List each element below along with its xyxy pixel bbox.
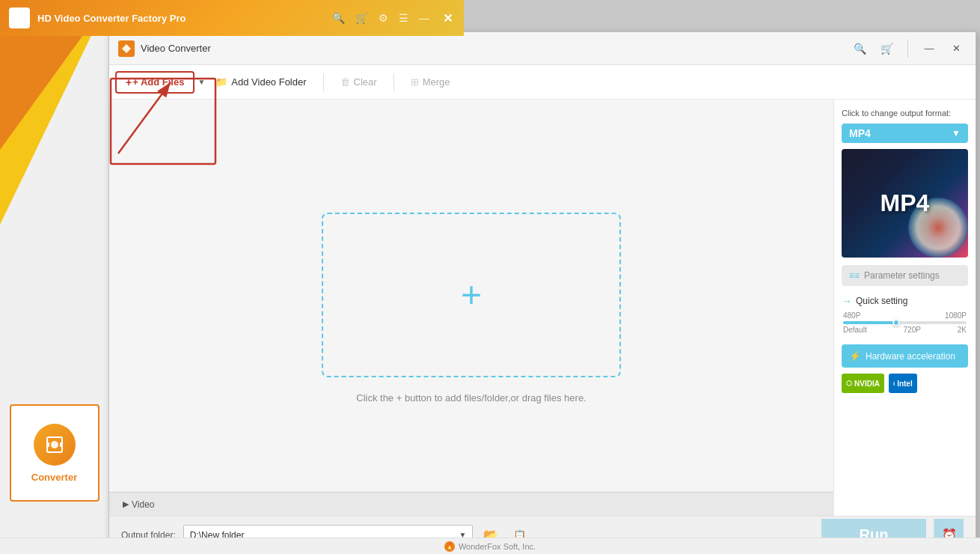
quality-labels-bottom: Default 720P 2K xyxy=(843,326,967,334)
add-files-button[interactable]: + + Add Files xyxy=(115,71,195,94)
main-canvas: + Click the + button to add files/folder… xyxy=(109,100,833,516)
add-dropdown-arrow[interactable]: ▼ xyxy=(197,78,205,86)
merge-button[interactable]: ⊞ Merge xyxy=(400,71,461,93)
quick-setting-label: Quick setting xyxy=(856,296,907,306)
hw-accel-label: Hardware acceleration xyxy=(866,351,955,362)
toolbar-separator-2 xyxy=(393,73,394,91)
app-window: Video Converter 🔍 🛒 — ✕ + + Add Files ▼ … xyxy=(108,31,976,554)
footer-text: WonderFox Soft, Inc. xyxy=(459,542,536,551)
content-area: + Click the + button to add files/folder… xyxy=(109,100,976,516)
controls-separator xyxy=(907,40,908,58)
app-minimize-button[interactable]: — xyxy=(919,40,940,57)
intel-badge[interactable]: i Intel xyxy=(889,374,917,393)
quality-label-720p: 720P xyxy=(904,326,921,334)
video-tab-icon: ▶ xyxy=(123,499,129,509)
hw-accel-icon: ⚡ xyxy=(849,350,861,362)
titlebar-settings-icon[interactable]: ⚙ xyxy=(379,12,388,24)
format-thumbnail[interactable]: MP4 xyxy=(842,149,968,258)
right-panel: Click to change output format: MP4 ▼ MP4… xyxy=(833,100,976,516)
quality-slider[interactable]: 480P 1080P Default 720P 2K xyxy=(842,311,968,334)
svg-marker-1 xyxy=(122,44,131,53)
drop-zone-plus-icon: + xyxy=(461,277,482,313)
intel-label: Intel xyxy=(897,380,913,388)
app-cart-button[interactable]: 🛒 xyxy=(876,38,897,59)
quality-slider-track[interactable] xyxy=(843,321,967,324)
titlebar-controls: 🔍 🛒 ⚙ ☰ — ✕ xyxy=(332,10,455,25)
quality-label-2k: 2K xyxy=(958,326,967,334)
add-files-label: + Add Files xyxy=(132,76,184,88)
app-search-button[interactable]: 🔍 xyxy=(849,38,870,59)
sidebar: Converter xyxy=(0,31,108,554)
drop-zone-hint: Click the + button to add files/folder,o… xyxy=(356,392,586,404)
app-logo xyxy=(118,40,135,57)
titlebar-text: HD Video Converter Factory Pro xyxy=(37,13,332,24)
param-settings-icon: ≡≡ xyxy=(849,270,860,281)
svg-point-3 xyxy=(51,441,58,448)
app-window-titlebar: Video Converter 🔍 🛒 — ✕ xyxy=(109,32,976,65)
clear-icon: 🗑 xyxy=(340,76,350,88)
add-files-icon: + xyxy=(126,76,132,88)
titlebar-cart-icon[interactable]: 🛒 xyxy=(355,12,368,24)
app-titlebar: HD Video Converter Factory Pro 🔍 🛒 ⚙ ☰ —… xyxy=(0,0,464,36)
toolbar-separator-1 xyxy=(323,73,324,91)
titlebar-menu-icon[interactable]: ☰ xyxy=(399,12,408,24)
format-selected-text: MP4 xyxy=(849,127,871,139)
nvidia-badge[interactable]: ⬡ NVIDIA xyxy=(842,374,884,393)
add-video-folder-label: Add Video Folder xyxy=(231,76,306,88)
merge-label: Merge xyxy=(423,76,450,88)
nvidia-icon: ⬡ xyxy=(846,380,852,387)
converter-icon xyxy=(34,424,76,466)
toolbar: + + Add Files ▼ 📁 Add Video Folder 🗑 Cle… xyxy=(109,65,976,100)
clear-button[interactable]: 🗑 Clear xyxy=(330,71,388,93)
footer-logo: 🔥 xyxy=(444,541,455,552)
quick-setting-arrow-icon: → xyxy=(842,295,852,307)
format-selector[interactable]: MP4 ▼ xyxy=(842,124,968,143)
format-thumbnail-label: MP4 xyxy=(881,189,930,217)
svg-marker-0 xyxy=(13,12,25,24)
nvidia-label: NVIDIA xyxy=(854,380,880,388)
quick-setting-section: → Quick setting xyxy=(842,295,968,307)
parameter-settings-button[interactable]: ≡≡ Parameter settings xyxy=(842,265,968,286)
footer: 🔥 WonderFox Soft, Inc. xyxy=(0,538,980,554)
intel-icon: i xyxy=(893,380,895,387)
app-window-controls: 🔍 🛒 — ✕ xyxy=(849,38,967,59)
merge-icon: ⊞ xyxy=(411,76,419,88)
svg-rect-5 xyxy=(60,442,63,447)
hardware-acceleration-button[interactable]: ⚡ Hardware acceleration xyxy=(842,344,968,368)
add-video-folder-button[interactable]: 📁 Add Video Folder xyxy=(205,71,316,93)
converter-button[interactable]: Converter xyxy=(10,404,99,502)
titlebar-minimize-icon[interactable]: — xyxy=(419,12,429,24)
gpu-badges: ⬡ NVIDIA i Intel xyxy=(842,374,968,393)
app-close-button[interactable]: ✕ xyxy=(946,40,967,57)
titlebar-search-icon[interactable]: 🔍 xyxy=(332,12,345,24)
quality-label-480p: 480P xyxy=(843,311,860,320)
clear-label: Clear xyxy=(354,76,377,88)
titlebar-close-icon[interactable]: ✕ xyxy=(440,10,455,25)
video-tab-label: Video xyxy=(132,499,154,510)
quality-labels-top: 480P 1080P xyxy=(843,311,967,320)
drop-zone[interactable]: + xyxy=(322,213,621,377)
quality-label-default: Default xyxy=(843,326,867,334)
quality-label-1080p: 1080P xyxy=(945,311,967,320)
quality-slider-thumb[interactable] xyxy=(892,319,900,326)
format-panel-label: Click to change output format: xyxy=(842,109,968,118)
param-settings-label: Parameter settings xyxy=(864,270,940,281)
titlebar-logo xyxy=(9,7,30,28)
svg-rect-4 xyxy=(46,442,49,447)
video-tab[interactable]: ▶ Video xyxy=(115,496,162,513)
format-dropdown-arrow-icon: ▼ xyxy=(952,128,961,138)
app-title-text: Video Converter xyxy=(141,43,849,54)
video-tab-strip: ▶ Video xyxy=(109,492,833,516)
add-video-folder-icon: 📁 xyxy=(215,76,227,88)
converter-label: Converter xyxy=(31,472,77,483)
